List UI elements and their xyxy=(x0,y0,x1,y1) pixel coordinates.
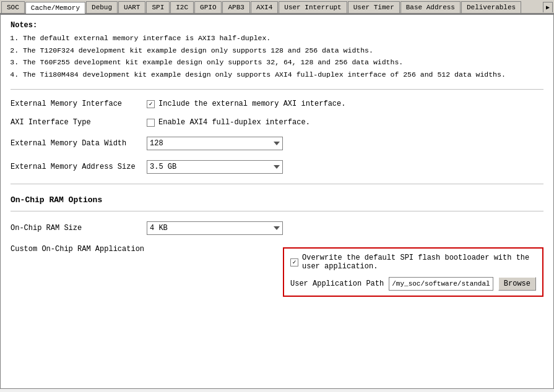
main-content: Notes: The default external memory inter… xyxy=(0,14,554,389)
tab-user-interrupt[interactable]: User Interrupt xyxy=(279,1,347,13)
axi-interface-type-checkbox-label: Enable AXI4 full-duplex interface. xyxy=(158,118,310,127)
tab-cache-memory[interactable]: Cache/Memory xyxy=(25,2,85,14)
divider-1 xyxy=(11,89,543,90)
on-chip-ram-size-row: On-Chip RAM Size 4 KB 8 KB 16 KB 32 KB xyxy=(11,221,543,235)
note-item-3: The T60F255 development kit example desi… xyxy=(23,56,543,69)
on-chip-ram-size-label: On-Chip RAM Size xyxy=(11,224,147,232)
external-memory-address-size-control: 1 GB 2 GB 3.5 GB 4 GB xyxy=(147,160,283,174)
browse-button[interactable]: Browse xyxy=(498,277,536,291)
tab-axi4[interactable]: AXI4 xyxy=(251,1,278,13)
user-application-path-inner-row: User Application Path Browse xyxy=(290,277,536,291)
custom-on-chip-ram-checkbox-label: Overwrite the default SPI flash bootload… xyxy=(302,254,536,271)
external-memory-data-width-select[interactable]: 32 64 128 256 512 xyxy=(147,137,283,150)
tab-more-button[interactable]: ▶ xyxy=(543,2,553,12)
divider-3 xyxy=(11,211,543,211)
note-item-1: The default external memory interface is… xyxy=(23,32,543,45)
custom-on-chip-ram-label: Custom On-Chip RAM Application xyxy=(11,245,147,254)
axi-interface-type-checkbox[interactable] xyxy=(147,119,155,127)
axi-interface-type-row: AXI Interface Type Enable AXI4 full-dupl… xyxy=(11,118,543,127)
tab-gpio[interactable]: GPIO xyxy=(194,1,222,13)
tab-debug[interactable]: Debug xyxy=(86,1,118,13)
notes-list: The default external memory interface is… xyxy=(11,32,543,80)
tab-soc[interactable]: SOC xyxy=(1,1,25,13)
user-application-path-label: User Application Path xyxy=(290,279,384,288)
custom-on-chip-ram-checkbox[interactable] xyxy=(290,258,298,266)
axi-interface-type-control: Enable AXI4 full-duplex interface. xyxy=(147,118,310,127)
external-memory-interface-label: External Memory Interface xyxy=(11,100,147,108)
tab-base-address[interactable]: Base Address xyxy=(400,1,461,13)
highlight-box: Overwrite the default SPI flash bootload… xyxy=(283,247,543,297)
external-memory-address-size-row: External Memory Address Size 1 GB 2 GB 3… xyxy=(11,160,543,174)
external-memory-data-width-row: External Memory Data Width 32 64 128 256… xyxy=(11,137,543,150)
on-chip-ram-section-header: On-Chip RAM Options xyxy=(11,195,543,205)
axi-interface-type-label: AXI Interface Type xyxy=(11,118,147,127)
custom-on-chip-ram-checkbox-row: Overwrite the default SPI flash bootload… xyxy=(290,254,536,271)
external-memory-address-size-select[interactable]: 1 GB 2 GB 3.5 GB 4 GB xyxy=(147,160,283,174)
external-memory-data-width-control: 32 64 128 256 512 xyxy=(147,137,283,150)
tab-i2c[interactable]: I2C xyxy=(170,1,194,13)
notes-title: Notes: xyxy=(11,21,543,30)
tab-user-timer[interactable]: User Timer xyxy=(348,1,400,13)
divider-2 xyxy=(11,184,543,184)
tab-deliverables[interactable]: Deliverables xyxy=(461,1,521,13)
external-memory-address-size-label: External Memory Address Size xyxy=(11,163,147,171)
tab-apb3[interactable]: APB3 xyxy=(222,1,249,13)
note-item-2: The T120F324 development kit example des… xyxy=(23,45,543,57)
tab-bar: SOC Cache/Memory Debug UART SPI I2C GPIO… xyxy=(0,0,554,14)
external-memory-interface-checkbox[interactable] xyxy=(147,100,155,108)
on-chip-ram-size-select[interactable]: 4 KB 8 KB 16 KB 32 KB xyxy=(147,221,283,235)
external-memory-interface-row: External Memory Interface Include the ex… xyxy=(11,100,543,108)
external-memory-interface-checkbox-label: Include the external memory AXI interfac… xyxy=(158,100,345,108)
external-memory-interface-control: Include the external memory AXI interfac… xyxy=(147,100,345,108)
external-memory-data-width-label: External Memory Data Width xyxy=(11,139,147,148)
note-item-4: The Ti180M484 development kit example de… xyxy=(23,69,543,81)
tab-spi[interactable]: SPI xyxy=(146,1,170,13)
notes-section: Notes: The default external memory inter… xyxy=(11,21,543,80)
tab-uart[interactable]: UART xyxy=(118,1,145,13)
on-chip-ram-size-control: 4 KB 8 KB 16 KB 32 KB xyxy=(147,221,283,235)
user-application-path-input[interactable] xyxy=(389,277,493,291)
custom-on-chip-ram-row: Custom On-Chip RAM Application Overwrite… xyxy=(11,245,543,299)
